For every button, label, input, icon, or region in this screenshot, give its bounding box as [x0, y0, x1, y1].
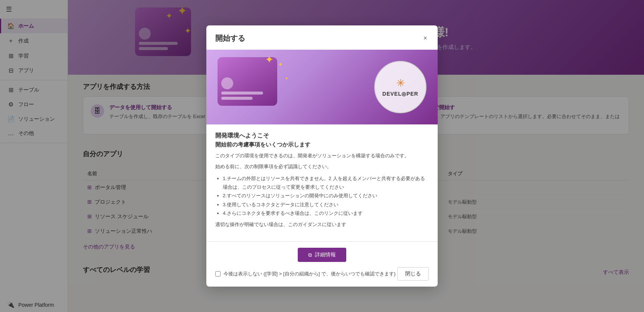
restriction-item-4: 4.さらにコネクタを要求するべき場合は、このリンクに従います: [223, 209, 429, 217]
checkbox-label[interactable]: 今後は表示しない ([学習] > [自分の組織から] で、後からいつでも確認でき…: [215, 271, 396, 277]
modal-close-button[interactable]: ×: [422, 33, 429, 44]
dont-show-checkbox[interactable]: [215, 271, 221, 277]
modal-section-title: 開発環境へようこそ: [215, 132, 429, 140]
developer-badge: ✳ DEVEL◎PER: [374, 61, 426, 113]
modal-restriction-intro: 始める前に、次の制限事項を必ず認識してください。: [215, 163, 429, 170]
modal-btn-row: ⧉ 詳細情報: [215, 248, 429, 262]
details-label: 詳細情報: [315, 251, 336, 258]
sparkle-small-icon: ✦: [278, 61, 283, 68]
modal-footer: ⧉ 詳細情報 今後は表示しない ([学習] > [自分の組織から] で、後からい…: [206, 241, 438, 287]
modal-note: 適切な操作が明確でない場合は、このガイダンスに従います: [215, 221, 429, 228]
modal-header: 開始する ×: [206, 25, 438, 50]
modal-section-subtitle: 開始前の考慮事項をいくつか示します: [215, 141, 429, 148]
sparkle-large-icon: ✦: [265, 53, 273, 66]
modal-body: 開発環境へようこそ 開始前の考慮事項をいくつか示します このタイプの環境を使用で…: [206, 124, 438, 242]
developer-label: DEVEL◎PER: [382, 91, 418, 97]
close-modal-button[interactable]: 閉じる: [397, 267, 429, 281]
sparkle-tiny-icon: ✦: [285, 76, 288, 81]
modal-description: このタイプの環境を使用できるのは、開発者がソリューションを構築する場合のみです。: [215, 152, 429, 160]
restriction-item-3: 3.使用しているコネクタとデータに注意してください: [223, 200, 429, 209]
details-icon: ⧉: [308, 252, 312, 258]
details-button[interactable]: ⧉ 詳細情報: [298, 248, 346, 262]
modal-illustration: ✦ ✦ ✦ ✳ DEVEL◎PER: [206, 50, 438, 124]
modal-dialog: 開始する × ✦ ✦ ✦ ✳ DEVEL◎PER 開発環境へようこそ: [206, 25, 438, 287]
developer-icon: ✳: [396, 77, 405, 89]
modal-title: 開始する: [215, 33, 245, 43]
modal-checkbox-row: 今後は表示しない ([学習] > [自分の組織から] で、後からいつでも確認でき…: [215, 267, 429, 281]
modal-overlay[interactable]: 開始する × ✦ ✦ ✦ ✳ DEVEL◎PER 開発環境へようこそ: [0, 0, 644, 312]
modal-restrictions-list: 1.チームの外部とはリソースを共有できません。2 人を超えるメンバーと共有する必…: [223, 174, 429, 218]
restriction-item-2: 2.すべてのリソースはソリューションの開発中にのみ使用してください: [223, 191, 429, 200]
checkbox-text: 今後は表示しない ([学習] > [自分の組織から] で、後からいつでも確認でき…: [223, 271, 396, 277]
modal-app-illustration: ✦ ✦ ✦: [218, 57, 285, 117]
restriction-item-1: 1.チームの外部とはリソースを共有できません。2 人を超えるメンバーと共有する必…: [223, 174, 429, 192]
